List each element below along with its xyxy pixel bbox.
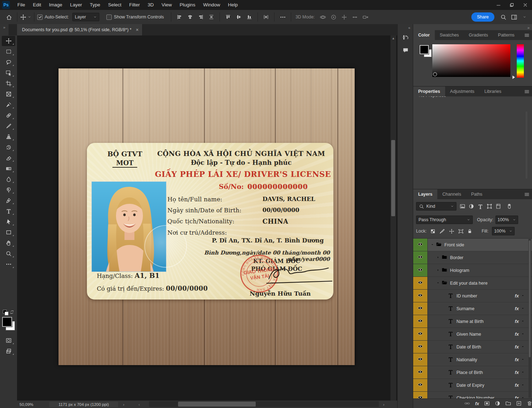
color-saturation-field[interactable]	[432, 44, 510, 77]
align-bottom-button[interactable]	[244, 12, 255, 22]
quick-mask-button[interactable]	[2, 335, 15, 346]
layer-row-place-of-birth[interactable]: Place of Birthfx	[413, 366, 532, 379]
tab-properties[interactable]: Properties	[413, 86, 445, 96]
color-cursor[interactable]	[433, 72, 437, 76]
properties-scrollbar[interactable]	[526, 111, 527, 179]
layer-name[interactable]: Date of Birth	[456, 345, 481, 350]
filter-image-layers-icon[interactable]	[460, 203, 465, 209]
lock-transparent-pixels-icon[interactable]	[430, 229, 436, 234]
scroll-up-arrow[interactable]: ▲	[390, 35, 396, 40]
layer-fx-badge[interactable]: fx	[515, 344, 519, 350]
search-button[interactable]	[498, 12, 509, 22]
canvas-area[interactable]: BỘ GTVT MOT CỘNG HÒA XÃ HỘI CHỦ NGHĨA VI…	[17, 35, 390, 401]
color-panel-swatches[interactable]	[420, 45, 430, 57]
fx-expand-chevron[interactable]	[521, 383, 525, 388]
layer-row-front-side[interactable]: Front side	[413, 239, 532, 251]
menu-select[interactable]: Select	[104, 0, 126, 10]
tab-gradients[interactable]: Gradients	[464, 30, 493, 40]
restore-button[interactable]	[505, 0, 519, 10]
fx-expand-chevron[interactable]	[521, 370, 525, 375]
fx-expand-chevron[interactable]	[521, 332, 525, 337]
align-left-button[interactable]	[174, 12, 185, 22]
3d-slide-button[interactable]	[349, 12, 360, 22]
scroll-right-arrow[interactable]: ›	[383, 402, 384, 407]
tab-paths[interactable]: Paths	[466, 189, 487, 199]
fx-expand-chevron[interactable]	[521, 319, 525, 324]
menu-view[interactable]: View	[157, 0, 176, 10]
tool-rectangle[interactable]	[2, 227, 15, 237]
menu-edit[interactable]: Edit	[29, 0, 45, 10]
new-group-icon[interactable]	[505, 401, 511, 406]
lock-all-icon[interactable]	[467, 229, 472, 234]
hue-slider-arrow[interactable]	[512, 76, 515, 79]
tool-path-selection[interactable]	[2, 217, 15, 227]
version-history-button[interactable]	[400, 32, 411, 43]
menu-filter[interactable]: Filter	[125, 0, 144, 10]
layer-visibility-toggle[interactable]	[413, 392, 428, 399]
layer-row-edit-your-data-here[interactable]: Edit your data here	[413, 277, 532, 290]
layer-row-checking-nnumber[interactable]: Checking Nnumberfx	[413, 392, 532, 399]
filter-adjustment-layers-icon[interactable]	[469, 203, 474, 209]
layer-row-surname[interactable]: Surnamefx	[413, 302, 532, 315]
panel-menu-icon[interactable]	[524, 33, 530, 38]
tab-color[interactable]: Color	[413, 30, 435, 40]
fill-input[interactable]: 100%	[492, 227, 515, 235]
layer-filter-kind-dropdown[interactable]: Kind	[416, 202, 456, 211]
layer-name[interactable]: Nationality	[456, 357, 477, 362]
add-mask-icon[interactable]	[484, 401, 490, 406]
layer-name[interactable]: ID number	[456, 294, 477, 298]
distribute-h-button[interactable]	[261, 12, 271, 22]
tool-lasso[interactable]	[2, 57, 15, 67]
menu-image[interactable]: Image	[45, 0, 66, 10]
layer-name[interactable]: Hologram	[450, 268, 469, 273]
3d-pan-button[interactable]	[339, 12, 349, 22]
layer-row-nationality[interactable]: Nationalityfx	[413, 353, 532, 366]
horizontal-scrollbar[interactable]	[149, 401, 379, 407]
layer-visibility-toggle[interactable]	[413, 264, 428, 276]
layer-fx-badge[interactable]: fx	[515, 293, 519, 298]
layer-name[interactable]: Date of Expiry	[456, 383, 484, 388]
tool-hand[interactable]	[2, 238, 15, 248]
tool-blur[interactable]	[2, 174, 15, 184]
layer-row-border[interactable]: Border	[413, 251, 532, 264]
tab-adjustments[interactable]: Adjustments	[445, 86, 480, 96]
tool-frame[interactable]	[2, 89, 15, 99]
expand-panels-chevron[interactable]: »	[527, 26, 530, 30]
tab-channels[interactable]: Channels	[437, 189, 466, 199]
blend-mode-dropdown[interactable]: Pass Through	[416, 216, 473, 224]
align-center-h-button[interactable]	[185, 12, 195, 22]
collapse-group-chevron[interactable]	[436, 281, 440, 286]
layer-name[interactable]: Surname	[456, 306, 475, 311]
filter-type-layers-icon[interactable]	[477, 203, 483, 209]
foreground-color-swatch[interactable]	[2, 317, 12, 327]
expand-group-chevron[interactable]	[436, 255, 440, 260]
comments-button[interactable]	[400, 45, 411, 55]
show-transform-checkbox[interactable]	[106, 15, 112, 20]
layer-row-name-at-birth[interactable]: Name at Birthfx	[413, 315, 532, 328]
tool-gradient[interactable]	[2, 163, 15, 174]
current-tool-button[interactable]	[20, 12, 31, 22]
tab-patterns[interactable]: Patterns	[493, 30, 520, 40]
fx-expand-chevron[interactable]	[521, 345, 525, 350]
scroll-left-arrow[interactable]: ‹	[139, 402, 140, 407]
tool-eyedropper[interactable]	[2, 100, 15, 110]
align-right-button[interactable]	[195, 12, 206, 22]
document-image[interactable]: BỘ GTVT MOT CỘNG HÒA XÃ HỘI CHỦ NGHĨA VI…	[59, 68, 355, 365]
vertical-scroll-thumb[interactable]	[391, 140, 395, 216]
layer-visibility-toggle[interactable]	[413, 328, 428, 340]
layer-visibility-toggle[interactable]	[413, 302, 428, 315]
tool-object-selection[interactable]	[2, 68, 15, 78]
collapse-panels-chevron[interactable]: «	[398, 24, 413, 30]
zoom-level[interactable]: 50,09%	[20, 402, 33, 407]
layer-name[interactable]: Border	[450, 255, 464, 260]
panel-menu-icon[interactable]	[524, 89, 530, 94]
minimize-button[interactable]	[492, 0, 505, 10]
tab-layers[interactable]: Layers	[413, 189, 437, 199]
layer-fx-badge[interactable]: fx	[515, 331, 519, 337]
document-close-icon[interactable]: ×	[136, 27, 139, 33]
vertical-scrollbar[interactable]: ▲	[390, 35, 396, 401]
layer-visibility-toggle[interactable]	[413, 353, 428, 366]
layer-name[interactable]: Given Name	[456, 332, 481, 337]
menu-help[interactable]: Help	[224, 0, 242, 10]
lock-artboard-icon[interactable]	[458, 229, 464, 234]
